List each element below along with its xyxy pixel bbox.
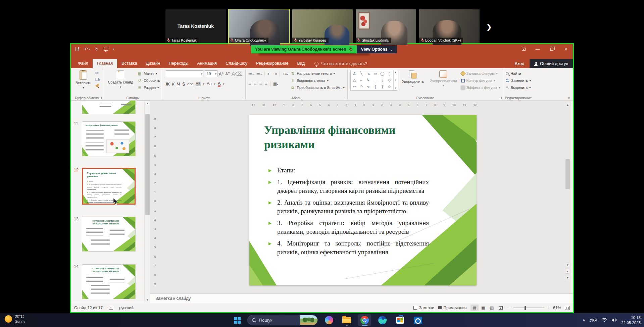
slide-title[interactable]: Управління фінансовими ризиками (264, 123, 432, 152)
slide-canvas[interactable]: Управління фінансовими ризиками ▶Етапи:▶… (249, 115, 477, 285)
curve-shape-icon[interactable]: ∿ (367, 85, 370, 89)
font-name-combo[interactable]: ▾ (166, 70, 203, 77)
tell-me-box[interactable]: Что вы хотите сделать? (314, 59, 367, 68)
shape-fill-button[interactable]: Заливка фигуры▾ (461, 70, 500, 76)
view-options-button[interactable]: View Options ⌄ (357, 45, 397, 53)
rounded-rectangle-shape-icon[interactable]: ▯ (388, 71, 390, 76)
horizontal-ruler[interactable]: 12·11·10·9·8·7·6·5·4·3·2·1·0·1·2·3·4·5·6… (251, 102, 478, 107)
scrollbar-thumb[interactable] (145, 114, 150, 215)
slide-thumbnail-14[interactable]: СТРАТЕГІЇ МІНІМІЗАЦІЇ ФІНАНСОВИХ РИЗИКІВ (82, 264, 136, 299)
layout-button[interactable]: ▤Макет▾ (137, 70, 160, 76)
ribbon-tab[interactable]: Вставка (117, 59, 141, 68)
paragraph-dialog-launcher[interactable] (344, 97, 346, 99)
increase-indent-button[interactable]: ⇥ (274, 71, 277, 76)
slide-thumbnail-13[interactable]: СТРАТЕГІЇ МІНІМІЗАЦІЇ ФІНАНСОВИХ РИЗИКІВ (82, 217, 136, 252)
columns-button[interactable]: ▦▾ (273, 81, 278, 86)
participant-tile[interactable]: Bogdan Volchok (SKF) (419, 9, 480, 43)
zoom-out-button[interactable]: − (508, 305, 511, 311)
chrome-icon[interactable] (358, 314, 371, 326)
participant-tile[interactable]: Shostak Liudmila (356, 9, 416, 43)
line-shape-icon[interactable]: ╲ (360, 71, 363, 76)
participant-tile[interactable]: Taras KosteniukTaras Kosteniuk (165, 9, 226, 43)
increase-font-button[interactable]: А▲ (219, 71, 224, 76)
bold-button[interactable]: Ж (166, 81, 170, 87)
align-center-button[interactable]: ≡ (254, 81, 256, 87)
down-arrow-shape-icon[interactable]: ↓ (382, 78, 384, 82)
undo-button[interactable]: ↶▾ (84, 47, 90, 52)
text-shadow-button[interactable]: S (182, 81, 185, 87)
redo-icon[interactable]: ↻ (95, 47, 99, 52)
drawing-dialog-launcher[interactable] (499, 97, 502, 99)
edge-icon[interactable] (376, 314, 389, 326)
numbering-button[interactable]: ≕▾ (256, 71, 262, 76)
align-text-button[interactable]: ⇳Выровнять текст▾ (290, 77, 344, 84)
diagonal-arrow-shape-icon[interactable]: ↘ (367, 71, 370, 76)
star-shape-icon[interactable]: ☆ (388, 85, 391, 89)
collapse-ribbon-button[interactable]: ∧ (568, 96, 570, 99)
line-spacing-button[interactable]: ↕≡▾ (283, 71, 288, 76)
select-button[interactable]: ↖Выделить▾ (506, 85, 531, 91)
elbow-arrow-shape-icon[interactable]: ↳ (367, 78, 370, 82)
start-slideshow-icon[interactable] (104, 48, 108, 51)
bullets-button[interactable]: ≔▾ (248, 71, 254, 76)
customize-qat-icon[interactable]: ▾ (113, 48, 114, 51)
ribbon-tab[interactable]: Дизайн (142, 59, 164, 68)
sign-in-button[interactable]: Вход (509, 59, 530, 68)
next-participants-button[interactable]: ❯ (484, 21, 494, 33)
slideshow-view-button[interactable] (497, 305, 505, 311)
shapes-gallery[interactable]: A╲↘▭◯▯△⌐↳→↓◇∾◠∿{}☆ ▴▾⊽ (350, 70, 398, 91)
fit-to-window-button[interactable] (565, 306, 569, 310)
font-size-combo[interactable]: 19▾ (205, 70, 217, 77)
participant-tile[interactable]: Yaroslav Kurageu (292, 9, 353, 43)
underline-button[interactable]: Ч (177, 81, 180, 87)
zoom-slider[interactable] (513, 308, 544, 308)
slide-thumbnail-12[interactable]: Управління фінансовими ризиками▶Етапи:▶1… (82, 168, 136, 205)
restore-button[interactable] (545, 44, 559, 54)
oval-shape-icon[interactable]: ◯ (380, 71, 384, 76)
outlook-icon[interactable] (411, 314, 425, 326)
decrease-indent-button[interactable]: ⇤ (267, 71, 271, 76)
arc-shape-icon[interactable]: ◠ (360, 85, 363, 89)
scroll-up-button[interactable]: ▲ (565, 102, 570, 107)
cut-button[interactable]: ✂ (95, 71, 100, 75)
reset-button[interactable]: ↺Сбросить (137, 77, 160, 84)
character-spacing-button[interactable]: АВ (196, 81, 201, 86)
ribbon-display-options-button[interactable]: ▴ (516, 44, 531, 54)
thumbnail-scrollbar[interactable]: ▲ ▼ (144, 101, 150, 303)
ribbon-tab[interactable]: Слайд-шоу (221, 59, 252, 68)
font-dialog-launcher[interactable] (242, 97, 244, 99)
slide-sorter-view-button[interactable]: ▦ (479, 305, 487, 311)
search-highlight-image[interactable] (300, 315, 317, 325)
arrange-button[interactable]: Упорядочить ▾ (400, 70, 426, 95)
share-button[interactable]: Общий доступ (530, 59, 573, 68)
rectangle-shape-icon[interactable]: ▭ (374, 71, 377, 76)
zoom-level[interactable]: 61% (553, 306, 561, 310)
smartart-button[interactable]: ⧉Преобразовать в SmartArt▾ (290, 85, 344, 91)
slide-thumbnail-11[interactable]: Методи оцінки фінансових ризиків (82, 121, 136, 156)
ribbon-tab[interactable]: Главная (93, 59, 117, 68)
save-icon[interactable] (76, 47, 79, 51)
text-box-shape-icon[interactable]: A (353, 72, 355, 76)
close-button[interactable]: ✕ (559, 44, 573, 54)
slide-scrollbar[interactable]: ▲ ▼ ▲ ▼ (565, 102, 570, 290)
normal-view-button[interactable]: ▤ (470, 305, 479, 311)
microsoft-store-icon[interactable] (393, 314, 407, 326)
decrease-font-button[interactable]: А▼ (225, 72, 230, 76)
taskbar-search[interactable] (247, 315, 318, 325)
shape-effects-button[interactable]: Эффекты фигуры▾ (461, 85, 500, 91)
format-painter-button[interactable] (95, 84, 99, 88)
triangle-shape-icon[interactable]: △ (353, 78, 356, 82)
language-indicator[interactable]: русский (119, 306, 134, 310)
search-input[interactable] (259, 318, 296, 323)
next-slide-button[interactable]: ▼ (565, 275, 570, 280)
reading-view-button[interactable]: ▥ (488, 305, 496, 311)
zoom-in-button[interactable]: + (547, 305, 549, 311)
scroll-down-button[interactable]: ▼ (565, 262, 570, 267)
spellcheck-icon[interactable]: ✓ (109, 306, 113, 310)
font-color-button[interactable]: А (218, 81, 221, 87)
justify-button[interactable]: ≡ (265, 81, 267, 87)
clipboard-dialog-launcher[interactable] (99, 97, 102, 99)
right-arrow-shape-icon[interactable]: → (374, 78, 377, 82)
ribbon-tab[interactable]: Рецензирование (252, 59, 293, 68)
scroll-up-button[interactable]: ▲ (145, 101, 150, 106)
